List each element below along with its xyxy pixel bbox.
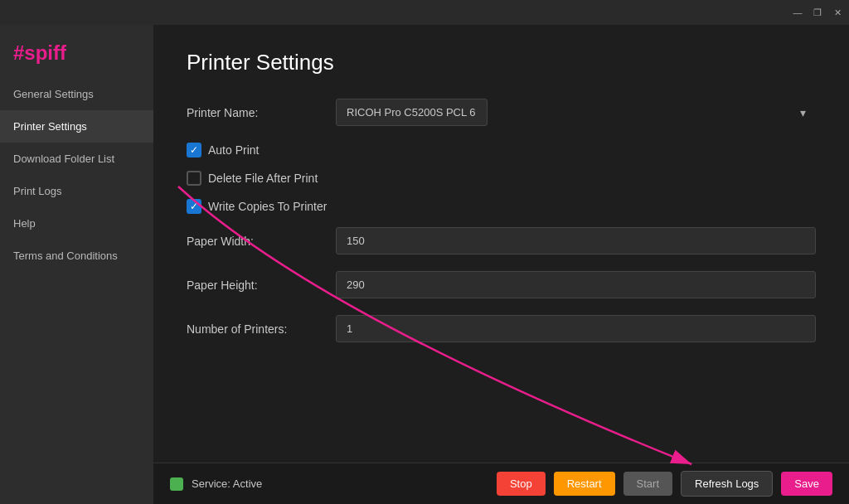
auto-print-label: Auto Print (208, 143, 259, 157)
delete-file-checkbox-wrapper[interactable]: Delete File After Print (187, 171, 318, 186)
auto-print-check-icon: ✓ (190, 145, 198, 155)
minimize-button[interactable]: — (793, 7, 803, 17)
content-area: Printer Settings Printer Name: RICOH Pro… (153, 25, 849, 504)
close-button[interactable]: ✕ (832, 7, 842, 17)
maximize-button[interactable]: ❐ (813, 7, 822, 17)
sidebar-item-general-settings[interactable]: General Settings (0, 78, 153, 110)
number-of-printers-label: Number of Printers: (187, 322, 336, 336)
paper-width-input[interactable] (336, 227, 816, 254)
sidebar-logo: #spiff (0, 25, 153, 78)
write-copies-checkbox[interactable]: ✓ (187, 199, 201, 214)
delete-file-row: Delete File After Print (187, 171, 816, 186)
paper-height-row: Paper Height: (187, 271, 816, 298)
refresh-logs-button[interactable]: Refresh Logs (681, 471, 773, 497)
write-copies-checkbox-wrapper[interactable]: ✓ Write Copies To Printer (187, 199, 327, 214)
auto-print-checkbox-wrapper[interactable]: ✓ Auto Print (187, 143, 259, 158)
service-status-indicator (170, 477, 183, 491)
printer-name-label: Printer Name: (187, 106, 336, 119)
sidebar-item-terms-and-conditions[interactable]: Terms and Conditions (0, 240, 153, 272)
printer-name-dropdown[interactable]: RICOH Pro C5200S PCL 6 (336, 99, 488, 126)
auto-print-row: ✓ Auto Print (187, 143, 816, 158)
sidebar-item-print-logs[interactable]: Print Logs (0, 175, 153, 207)
number-of-printers-row: Number of Printers: (187, 315, 816, 342)
paper-height-label: Paper Height: (187, 279, 336, 292)
page-title: Printer Settings (187, 50, 816, 75)
titlebar: — ❐ ✕ (0, 0, 849, 25)
paper-height-input[interactable] (336, 271, 816, 298)
sidebar-item-printer-settings[interactable]: Printer Settings (0, 110, 153, 143)
printer-name-dropdown-wrapper: RICOH Pro C5200S PCL 6 ▾ (336, 99, 816, 126)
delete-file-label: Delete File After Print (208, 172, 318, 185)
sidebar-item-help[interactable]: Help (0, 207, 153, 240)
write-copies-row: ✓ Write Copies To Printer (187, 199, 816, 214)
dropdown-arrow-icon: ▾ (800, 106, 806, 119)
paper-width-label: Paper Width: (187, 235, 336, 248)
sidebar-item-download-folder-list[interactable]: Download Folder List (0, 143, 153, 175)
auto-print-checkbox[interactable]: ✓ (187, 143, 201, 158)
restart-button[interactable]: Restart (554, 472, 615, 496)
service-status-text: Service: Active (192, 477, 262, 490)
save-button[interactable]: Save (781, 472, 832, 496)
start-button[interactable]: Start (623, 472, 672, 496)
delete-file-checkbox[interactable] (187, 171, 201, 186)
printer-name-row: Printer Name: RICOH Pro C5200S PCL 6 ▾ (187, 99, 816, 126)
footer: Service: Active Stop Restart Start Refre… (153, 463, 849, 504)
write-copies-label: Write Copies To Printer (208, 200, 327, 213)
paper-width-row: Paper Width: (187, 227, 816, 254)
number-of-printers-input[interactable] (336, 315, 816, 342)
stop-button[interactable]: Stop (497, 472, 546, 496)
sidebar: #spiff General Settings Printer Settings… (0, 25, 153, 504)
write-copies-check-icon: ✓ (190, 201, 198, 211)
